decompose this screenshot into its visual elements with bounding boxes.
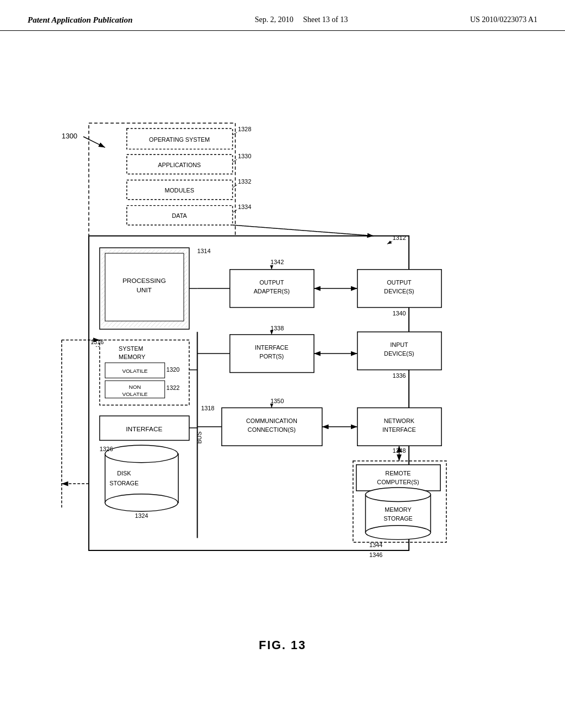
remote-computer-label: REMOTE (385, 470, 411, 477)
ref-1336: 1336 (392, 372, 406, 379)
ref-1338: 1338 (270, 325, 284, 331)
comm-connection-label2: CONNECTION(S) (248, 426, 296, 433)
comm-connection-label: COMMUNICATION (246, 417, 297, 424)
publication-label: Patent Application Publication (28, 15, 132, 25)
output-adapter-label: OUTPUT (259, 279, 284, 286)
disk-storage-label: DISK (117, 470, 131, 477)
data-label: DATA (172, 212, 188, 219)
system-memory-label2: MEMORY (119, 354, 145, 360)
bus-label: BUS (196, 431, 202, 443)
output-device-label2: DEVICE(S) (384, 288, 414, 295)
processing-unit-label: PROCESSING (122, 277, 166, 285)
svg-line-5 (233, 132, 237, 135)
network-interface-label: NETWORK (384, 417, 415, 424)
non-volatile-label2: VOLATILE (122, 391, 148, 397)
ref-1350: 1350 (270, 398, 284, 404)
svg-line-7 (233, 159, 237, 162)
figure-label: FIG. 13 (259, 638, 306, 652)
ref-1334: 1334 (238, 204, 251, 210)
output-adapter-label2: ADAPTER(S) (254, 288, 290, 295)
svg-point-37 (365, 488, 430, 502)
svg-line-9 (233, 185, 237, 188)
ref-1322: 1322 (167, 384, 180, 391)
input-device-label2: DEVICE(S) (384, 350, 414, 357)
diagram-area: 1300 OPERATING SYSTEM 1328 APPLICATIONS … (0, 31, 565, 682)
ref-1328: 1328 (238, 126, 251, 132)
remote-computer-label2: COMPUTER(S) (377, 479, 419, 485)
ref-1330: 1330 (238, 153, 251, 159)
os-label: OPERATING SYSTEM (149, 136, 210, 143)
page-header: Patent Application Publication Sep. 2, 2… (0, 0, 565, 31)
interface-label: INTERFACE (126, 425, 162, 433)
memory-storage-label2: STORAGE (383, 515, 413, 522)
network-interface-label2: INTERFACE (382, 426, 416, 433)
memory-storage-label: MEMORY (385, 506, 411, 513)
patent-number: US 2010/0223073 A1 (470, 15, 537, 24)
ref-1318: 1318 (201, 405, 215, 411)
ref-1320: 1320 (167, 366, 180, 373)
processing-unit-label2: UNIT (136, 286, 152, 294)
sheet-label: Sheet 13 of 13 (303, 15, 348, 24)
ref-1312: 1312 (393, 234, 406, 241)
output-device-label: OUTPUT (387, 279, 412, 286)
disk-storage-label2: STORAGE (110, 480, 139, 486)
input-device-label: INPUT (390, 341, 408, 348)
svg-point-38 (365, 526, 430, 540)
system-memory-label: SYSTEM (119, 345, 143, 352)
svg-point-23 (105, 445, 178, 462)
ref-1346: 1346 (369, 552, 382, 558)
date-label: Sep. 2, 2010 (255, 15, 294, 24)
svg-rect-35 (356, 465, 440, 491)
apps-label: APPLICATIONS (158, 162, 201, 168)
ref-1324: 1324 (135, 512, 148, 519)
ref-1314: 1314 (198, 248, 211, 254)
modules-label: MODULES (164, 187, 194, 194)
svg-line-44 (233, 225, 374, 236)
ref-1340: 1340 (392, 310, 406, 317)
interface-port-label: INTERFACE (255, 344, 289, 351)
ref-1332: 1332 (238, 178, 251, 185)
ref-1342: 1342 (270, 259, 284, 265)
svg-line-11 (233, 210, 237, 213)
diagram-svg: 1300 OPERATING SYSTEM 1328 APPLICATIONS … (0, 31, 565, 682)
volatile-label: VOLATILE (122, 368, 148, 374)
header-center: Sep. 2, 2010 Sheet 13 of 13 (255, 15, 348, 24)
non-volatile-label: NON (129, 384, 141, 390)
ref-1326: 1326 (100, 446, 113, 452)
interface-port-label2: PORT(S) (259, 353, 284, 360)
svg-point-24 (105, 494, 178, 511)
svg-line-2 (83, 137, 105, 148)
ref-1300: 1300 (62, 132, 77, 140)
